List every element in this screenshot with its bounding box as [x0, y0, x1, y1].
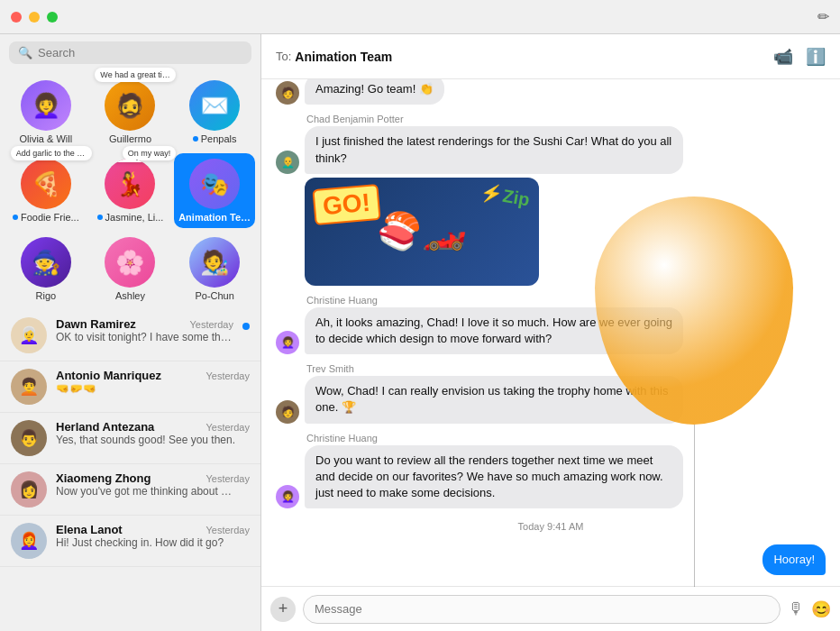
sender-name: Christine Huang: [306, 433, 683, 444]
message-input[interactable]: [303, 595, 781, 624]
sender-name: Trev Smith: [306, 363, 683, 374]
avatar: 🧔: [105, 80, 155, 131]
conversation-preview: Hi! Just checking in. How did it go?: [56, 536, 236, 549]
conversation-name: Antonio Manriquez: [56, 369, 161, 382]
pinned-contact-name: Ashley: [115, 290, 145, 301]
chat-header-icons: 📹 ℹ️: [773, 47, 826, 67]
avatar: 🧑‍🦱: [11, 369, 47, 405]
conversation-item-antonio[interactable]: 🧑‍🦱Antonio ManriquezYesterday🤜🤛🤜: [0, 361, 260, 413]
avatar: 🎭: [189, 159, 240, 209]
pinned-contact-olivia-will[interactable]: 👩‍🦱Olivia & Will: [5, 75, 87, 150]
add-attachment-button[interactable]: +: [270, 597, 296, 622]
message-bubble: Wow, Chad! I can really envision us taki…: [305, 376, 683, 423]
to-label: To:: [276, 50, 291, 63]
message-row: Hooray!: [762, 544, 826, 575]
close-button[interactable]: [11, 12, 22, 23]
avatar: 👨: [11, 420, 47, 456]
pinned-contact-guillermo[interactable]: We had a great time. Home with...🧔Guille…: [90, 75, 171, 150]
unread-dot: [242, 323, 250, 330]
pinned-contact-po-chun[interactable]: 🧑‍🎨Po-Chun: [174, 232, 255, 306]
message-bubble: Ah, it looks amazing, Chad! I love it so…: [305, 307, 683, 354]
main-container: 🔍 👩‍🦱Olivia & WillWe had a great time. H…: [0, 34, 840, 631]
avatar: 👩‍🦳: [11, 317, 47, 353]
conversation-name: Herland Antezana: [56, 420, 154, 434]
emoji-picker-icon[interactable]: 😊: [811, 599, 831, 619]
conversation-name: Dawn Ramirez: [56, 317, 136, 331]
pinned-contact-name: Olivia & Will: [19, 133, 72, 144]
minimize-button[interactable]: [29, 12, 40, 23]
message-row: Trev Smith🧑Amazing! Go team! 👏: [276, 79, 444, 105]
pinned-contact-name: Guillermo: [109, 133, 151, 144]
message-bubble: Hooray!: [762, 544, 826, 575]
avatar: 🌸: [105, 237, 155, 288]
sender-name: Chad Benjamin Potter: [306, 114, 683, 124]
avatar: 👩: [11, 471, 47, 508]
avatar: 🧑‍🎨: [189, 237, 240, 288]
search-input[interactable]: [38, 46, 242, 59]
pinned-contact-name: Rigo: [36, 290, 57, 301]
pinned-contacts-grid: 👩‍🦱Olivia & WillWe had a great time. Hom…: [0, 71, 260, 310]
message-bubble: Do you want to review all the renders to…: [305, 445, 683, 509]
sushi-car-image: GO! ⚡Zip 🍣🏎️: [305, 178, 539, 286]
message-row: Chad Benjamin Potter👨‍🦲I just finished t…: [276, 114, 683, 285]
compose-icon[interactable]: ✏: [817, 8, 829, 25]
avatar: 👨‍🦲: [276, 151, 299, 174]
pinned-contact-ashley[interactable]: 🌸Ashley: [90, 232, 171, 306]
pinned-contact-rigo[interactable]: 🧙Rigo: [5, 232, 87, 306]
title-bar: ✏: [0, 0, 840, 34]
message-row: Christine Huang👩‍🦱Do you want to review …: [276, 433, 683, 509]
chat-input-area: + 🎙 😊: [261, 586, 840, 631]
conversation-item-xiaomeng[interactable]: 👩Xiaomeng ZhongYesterdayNow you've got m…: [0, 464, 260, 516]
message-bubble: I just finished the latest renderings fo…: [305, 126, 683, 173]
message-timestamp: Today 9:41 AM: [276, 521, 826, 532]
conversation-item-herland[interactable]: 👨Herland AntezanaYesterdayYes, that soun…: [0, 413, 260, 464]
chat-area: To: Animation Team 📹 ℹ️ Thanks, Christin…: [261, 34, 840, 631]
conversation-preview: Yes, that sounds good! See you then.: [56, 434, 236, 446]
conversation-time: Yesterday: [205, 525, 250, 535]
conversation-time: Yesterday: [205, 422, 250, 433]
info-icon[interactable]: ℹ️: [806, 47, 826, 67]
pinned-contact-name: Jasmine, Li...: [97, 212, 164, 223]
message-row: Christine Huang👩‍🦱Ah, it looks amazing, …: [276, 295, 683, 354]
avatar: 🧑: [276, 81, 299, 105]
pinned-contact-penpals[interactable]: ✉️Penpals: [174, 75, 255, 150]
avatar: 🧑: [276, 400, 299, 424]
avatar: 👩‍🦱: [276, 485, 299, 508]
maximize-button[interactable]: [47, 12, 58, 23]
conversation-name: Elena Lanot: [56, 523, 123, 536]
avatar: 🍕: [21, 159, 71, 209]
pinned-contact-name: Animation Team: [178, 212, 251, 223]
conversation-time: Yesterday: [205, 473, 250, 484]
message-row: Trev Smith🧑Wow, Chad! I can really envis…: [276, 363, 683, 423]
conversation-time: Yesterday: [205, 370, 250, 381]
avatar: 👩‍🦱: [276, 331, 299, 354]
messages-area: Thanks, Christine. I'll review shortly.R…: [261, 79, 840, 586]
conversation-preview: OK to visit tonight? I have some things …: [56, 331, 233, 343]
conversation-list: 👩‍🦳Dawn RamirezYesterdayOK to visit toni…: [0, 310, 260, 631]
pinned-contact-name: Penpals: [193, 133, 237, 144]
conversation-preview: 🤜🤛🤜: [56, 382, 236, 395]
avatar: 🧙: [21, 237, 71, 288]
sidebar: 🔍 👩‍🦱Olivia & WillWe had a great time. H…: [0, 34, 261, 631]
avatar: 👩‍🦱: [21, 80, 71, 131]
avatar: 💃On my way!: [105, 159, 155, 209]
audio-record-icon[interactable]: 🎙: [788, 599, 804, 618]
sender-name: Christine Huang: [306, 295, 683, 306]
message-bubble: Amazing! Go team! 👏: [305, 79, 444, 105]
search-icon: 🔍: [18, 46, 32, 59]
conversation-item-dawn[interactable]: 👩‍🦳Dawn RamirezYesterdayOK to visit toni…: [0, 310, 260, 361]
chat-header: To: Animation Team 📹 ℹ️: [261, 34, 840, 79]
video-call-icon[interactable]: 📹: [773, 47, 793, 67]
conversation-preview: Now you've got me thinking about my next…: [56, 485, 236, 498]
avatar: ✉️: [189, 80, 240, 131]
conversation-item-elena[interactable]: 👩‍🦰Elena LanotYesterdayHi! Just checking…: [0, 516, 260, 567]
group-name: Animation Team: [295, 50, 392, 64]
pinned-contact-name: Po-Chun: [195, 290, 233, 301]
search-bar[interactable]: 🔍: [9, 41, 251, 64]
pinned-contact-animation-team[interactable]: 🎭Animation Team: [174, 153, 255, 228]
pinned-contact-name: Foodie Frie...: [13, 212, 79, 223]
avatar: 👩‍🦰: [11, 523, 47, 559]
traffic-lights: [11, 12, 58, 23]
pinned-contact-foodie-frie[interactable]: Add garlic to the butter, and then...🍕Fo…: [5, 153, 87, 228]
pinned-contact-jasmine-li[interactable]: On my way!💃On my way!Jasmine, Li...: [90, 153, 171, 228]
